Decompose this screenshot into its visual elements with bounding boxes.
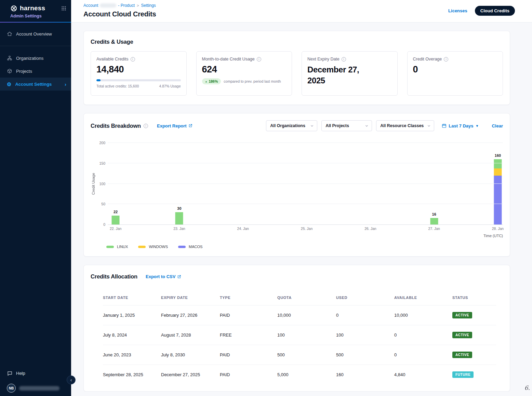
x-tick-label: 23. Jan (173, 227, 185, 231)
clear-filters-link[interactable]: Clear (492, 123, 503, 128)
column-header: START DATE (103, 296, 161, 300)
cell-used: 0 (336, 313, 394, 318)
sidebar-item-organizations[interactable]: Organizations (0, 52, 71, 65)
next-expiry-card: Next Expiry Date i December 27, 2025 (302, 51, 398, 96)
sidebar-item-label: Account Overview (16, 31, 52, 37)
cell-start: September 28, 2025 (103, 372, 161, 377)
cell-used: 500 (336, 352, 394, 357)
info-icon[interactable]: i (131, 57, 135, 62)
gear-icon: ⚙ (7, 82, 11, 87)
resource-classes-filter[interactable]: All Resource Classes (376, 120, 434, 131)
cell-start: January 1, 2025 (103, 313, 161, 318)
sidebar-item-label: Account Settings (15, 82, 52, 87)
date-range-filter[interactable]: Last 7 Days ▼ (442, 123, 479, 128)
chevron-right-icon: › (65, 81, 66, 87)
legend-label: LINUX (117, 245, 128, 249)
projects-filter[interactable]: All Projects (321, 120, 372, 131)
chart-bar[interactable] (112, 216, 120, 224)
available-credits-card: Available Credits i 14,840 Total active … (91, 51, 187, 96)
legend-item-macos[interactable]: MACOS (178, 245, 202, 249)
sidebar-collapse-button[interactable]: ‹ (67, 375, 76, 384)
legend-item-linux[interactable]: LINUX (106, 245, 128, 249)
licenses-link[interactable]: Licenses (448, 8, 467, 13)
sidebar-item-account-settings[interactable]: ⚙ Account Settings › (0, 78, 71, 91)
cloud-credits-button[interactable]: Cloud Credits (475, 6, 515, 16)
x-tick-label: 26. Jan (364, 227, 376, 231)
help-button[interactable]: Help (7, 368, 66, 379)
table-row: September 28, 2025December 27, 2025PAID5… (103, 365, 496, 384)
chart-bar[interactable] (494, 159, 502, 224)
column-header: TYPE (220, 296, 277, 300)
info-icon[interactable]: i (342, 57, 346, 62)
cell-used: 100 (336, 332, 394, 338)
x-tick-label: 28. Jan (492, 227, 504, 231)
sidebar-subtitle: Admin Settings (10, 14, 66, 18)
table-row: July 8, 2024August 7, 2028FREE1001000ACT… (103, 325, 496, 345)
module-grid-icon[interactable] (61, 6, 66, 11)
breadcrumb-account-link[interactable]: Account - Product (83, 3, 135, 8)
export-csv-link[interactable]: Export to CSV (146, 274, 181, 279)
cell-available: 0 (394, 352, 452, 357)
chevron-down-icon (365, 124, 369, 128)
sidebar-accent-line (0, 22, 71, 23)
sidebar-item-account-overview[interactable]: Account Overview (0, 27, 71, 40)
brand-name: harness (20, 4, 45, 12)
info-icon[interactable]: i (144, 124, 148, 128)
cell-type: PAID (220, 372, 277, 377)
legend-swatch (138, 246, 146, 248)
total-active-credits: Total active credits: 15,600 (96, 84, 139, 88)
info-icon[interactable]: i (444, 57, 448, 62)
cell-type: PAID (220, 313, 277, 318)
breadcrumb: Account - Product > Settings (83, 3, 156, 8)
cell-quota: 5,000 (277, 372, 336, 377)
allocation-table: START DATEEXPIRY DATETYPEQUOTAUSEDAVAILA… (103, 290, 496, 384)
chat-help-icon (7, 370, 13, 376)
credits-usage-card: Credits & Usage Available Credits i 14,8… (83, 31, 510, 105)
organizations-filter[interactable]: All Organizations (266, 120, 317, 131)
export-report-link[interactable]: Export Report (157, 123, 192, 128)
cube-icon (7, 68, 12, 74)
cell-start: June 20, 2023 (103, 352, 161, 357)
credits-usage-title: Credits & Usage (91, 39, 503, 45)
status-badge: FUTURE (452, 371, 474, 378)
next-expiry-value: December 27, 2025 (307, 64, 372, 86)
chart-plot: 223016160 050100150200 (108, 143, 503, 225)
cell-used: 160 (336, 372, 394, 377)
credits-allocation-card: Credits Allocation Export to CSV START D… (83, 265, 510, 392)
sidebar-item-label: Projects (16, 69, 32, 74)
chart-bars: 223016160 (116, 143, 498, 224)
available-credits-value: 14,840 (96, 64, 181, 75)
bar-value-label: 30 (177, 206, 181, 210)
cell-quota: 10,000 (277, 313, 336, 318)
column-header: STATUS (452, 296, 496, 300)
user-profile[interactable]: NB (7, 384, 66, 393)
chart-bar[interactable] (430, 218, 438, 224)
status-badge: ACTIVE (452, 352, 472, 358)
chart-legend: LINUXWINDOWSMACOS (106, 245, 503, 249)
x-tick-label: 27. Jan (428, 227, 440, 231)
stray-annotation: 6. (524, 384, 530, 391)
table-row: June 20, 2023July 8, 2030PAID5005000ACTI… (103, 345, 496, 365)
home-icon (7, 31, 12, 37)
credits-breakdown-chart: Credit Usage 223016160 050100150200 22. … (91, 143, 503, 238)
help-label: Help (16, 371, 25, 376)
mtd-usage-card: Month-to-date Credit Usage i 624 ▲ 186% … (196, 51, 292, 96)
table-row: January 1, 2025February 27, 2026PAID10,0… (103, 305, 496, 325)
sidebar-divider (0, 46, 71, 46)
column-header: AVAILABLE (394, 296, 452, 300)
info-icon[interactable]: i (257, 57, 261, 62)
external-link-icon (177, 275, 181, 279)
external-link-icon (188, 124, 192, 128)
cell-type: PAID (220, 352, 277, 357)
sidebar-item-projects[interactable]: Projects (0, 65, 71, 78)
legend-label: WINDOWS (149, 245, 168, 249)
gridline (108, 142, 503, 143)
chart-bar[interactable] (175, 212, 183, 224)
bar-segment-linux (112, 216, 120, 224)
page-content: Credits & Usage Available Credits i 14,8… (71, 23, 532, 392)
page-header: Account - Product > Settings Account Clo… (71, 0, 532, 23)
legend-item-windows[interactable]: WINDOWS (138, 245, 168, 249)
y-tick-label: 150 (96, 161, 105, 165)
breadcrumb-settings-link[interactable]: Settings (141, 3, 156, 8)
chevron-down-icon (427, 124, 431, 128)
